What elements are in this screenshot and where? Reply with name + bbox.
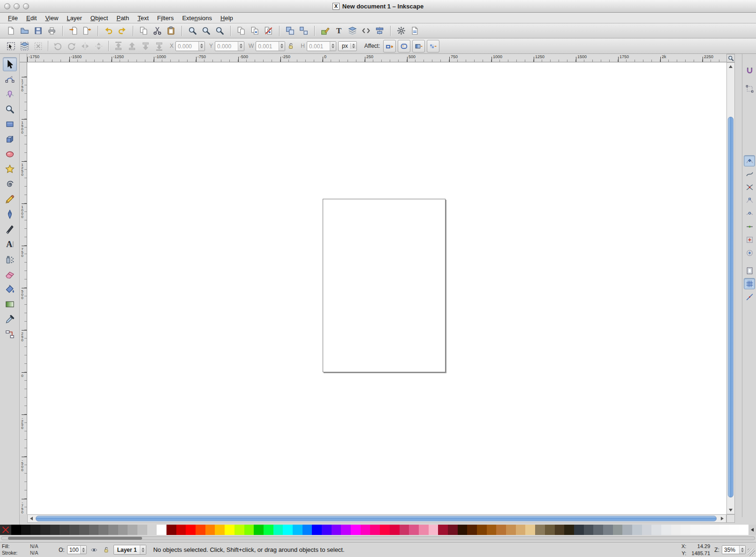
palette-swatch[interactable]	[79, 525, 89, 535]
palette-swatch[interactable]	[680, 525, 690, 535]
zoom-tool-button[interactable]	[3, 102, 17, 116]
snap-paths-button[interactable]	[744, 168, 755, 180]
palette-swatch[interactable]	[555, 525, 565, 535]
paste-button[interactable]	[165, 24, 177, 37]
palette-swatch[interactable]	[244, 525, 254, 535]
palette-swatch[interactable]	[21, 525, 31, 535]
maximize-button[interactable]	[23, 3, 29, 9]
palette-swatch[interactable]	[40, 525, 50, 535]
zoom-field[interactable]: 35%	[722, 545, 746, 554]
palette-swatch[interactable]	[341, 525, 351, 535]
select-all-button[interactable]	[5, 40, 17, 53]
palette-swatch[interactable]	[496, 525, 506, 535]
select-all-in-all-layers-button[interactable]	[18, 40, 31, 53]
transform-gradients-button[interactable]	[412, 40, 425, 53]
no-color-x-icon[interactable]	[0, 525, 11, 535]
palette-swatch[interactable]	[564, 525, 574, 535]
menu-path[interactable]: Path	[112, 14, 133, 23]
layer-stepper[interactable]	[140, 545, 146, 554]
gradient-tool-button[interactable]	[3, 297, 17, 311]
palette-swatch[interactable]	[390, 525, 400, 535]
palette-swatch[interactable]	[157, 525, 166, 535]
opacity-field[interactable]: 100	[67, 545, 87, 554]
duplicate-button[interactable]	[235, 24, 248, 37]
menu-extensions[interactable]: Extensions	[178, 14, 216, 23]
palette-swatch[interactable]	[147, 525, 157, 535]
canvas[interactable]	[27, 62, 726, 514]
width-field-stepper[interactable]	[279, 42, 285, 51]
palette-swatch[interactable]	[225, 525, 234, 535]
palette-swatch[interactable]	[584, 525, 594, 535]
units-combo[interactable]: px	[338, 41, 357, 51]
layers-dialog-button[interactable]	[346, 24, 359, 37]
palette-swatch[interactable]	[312, 525, 322, 535]
print-button[interactable]	[45, 24, 58, 37]
export-button[interactable]	[81, 24, 93, 37]
palette-swatch[interactable]	[254, 525, 264, 535]
deselect-button[interactable]	[32, 40, 45, 53]
zoom-to-selection-button[interactable]	[186, 24, 199, 37]
paint-bucket-tool-button[interactable]	[3, 282, 17, 296]
raise-button[interactable]	[126, 40, 138, 53]
ellipse-tool-button[interactable]	[3, 147, 17, 161]
palette-swatch[interactable]	[516, 525, 526, 535]
menu-file[interactable]: File	[4, 14, 22, 23]
dropper-tool-button[interactable]	[3, 312, 17, 326]
sticky-zoom-button[interactable]	[726, 54, 735, 62]
menu-help[interactable]: Help	[216, 14, 237, 23]
snap-cusp-nodes-button[interactable]	[744, 195, 755, 206]
palette-swatch[interactable]	[215, 525, 225, 535]
palette-swatch[interactable]	[30, 525, 40, 535]
palette-swatch[interactable]	[448, 525, 458, 535]
palette-swatch[interactable]	[671, 525, 681, 535]
copy-button[interactable]	[137, 24, 150, 37]
menu-text[interactable]: Text	[133, 14, 153, 23]
3d-box-tool-button[interactable]	[3, 132, 17, 146]
palette-swatch[interactable]	[593, 525, 603, 535]
palette-swatch[interactable]	[632, 525, 642, 535]
document-properties-button[interactable]	[408, 24, 421, 37]
height-field-stepper[interactable]	[330, 42, 336, 51]
palette-scroll-thumb[interactable]	[8, 537, 142, 540]
opacity-stepper[interactable]	[80, 546, 86, 554]
pencil-tool-button[interactable]	[3, 192, 17, 206]
connector-tool-button[interactable]	[3, 327, 17, 341]
palette-swatch[interactable]	[361, 525, 370, 535]
palette-swatch[interactable]	[196, 525, 205, 535]
palette-swatch[interactable]	[438, 525, 448, 535]
palette-swatch[interactable]	[700, 525, 710, 535]
minimize-button[interactable]	[14, 3, 20, 9]
layer-visibility-button[interactable]	[89, 545, 99, 555]
tweak-tool-button[interactable]	[3, 87, 17, 101]
palette-swatch[interactable]	[400, 525, 409, 535]
width-field[interactable]: 0.001	[256, 41, 285, 51]
spiral-tool-button[interactable]	[3, 177, 17, 191]
node-editor-tool-button[interactable]	[3, 72, 17, 86]
raise-to-top-button[interactable]	[112, 40, 125, 53]
horizontal-scrollbar[interactable]	[27, 514, 726, 523]
scroll-up-arrow[interactable]	[727, 63, 734, 70]
close-button[interactable]	[4, 3, 10, 9]
layer-selector[interactable]: Layer 1	[113, 545, 146, 555]
transform-patterns-button[interactable]	[427, 40, 439, 53]
zoom-stepper[interactable]	[739, 546, 745, 554]
snap-page-border-button[interactable]	[744, 265, 755, 276]
snap-rotation-centers-button[interactable]	[744, 247, 755, 258]
xml-editor-button[interactable]	[360, 24, 372, 37]
palette-swatch[interactable]	[293, 525, 302, 535]
palette-swatch[interactable]	[370, 525, 380, 535]
palette-swatch[interactable]	[380, 525, 390, 535]
text-tool-button[interactable]	[3, 237, 17, 251]
palette-swatch[interactable]	[409, 525, 419, 535]
fill-stroke-dialog-button[interactable]	[319, 24, 332, 37]
snap-bounding-box-button[interactable]	[744, 83, 755, 94]
vertical-scrollbar[interactable]	[726, 62, 735, 514]
scroll-left-arrow[interactable]	[28, 515, 35, 522]
calligraphy-tool-button[interactable]	[3, 222, 17, 236]
scroll-down-arrow[interactable]	[727, 507, 734, 513]
palette-scroll-left-button[interactable]	[748, 525, 756, 535]
resize-grip[interactable]	[748, 549, 755, 556]
palette-swatch[interactable]	[719, 525, 729, 535]
snap-grid-button[interactable]	[744, 278, 755, 289]
palette-swatch[interactable]	[264, 525, 273, 535]
